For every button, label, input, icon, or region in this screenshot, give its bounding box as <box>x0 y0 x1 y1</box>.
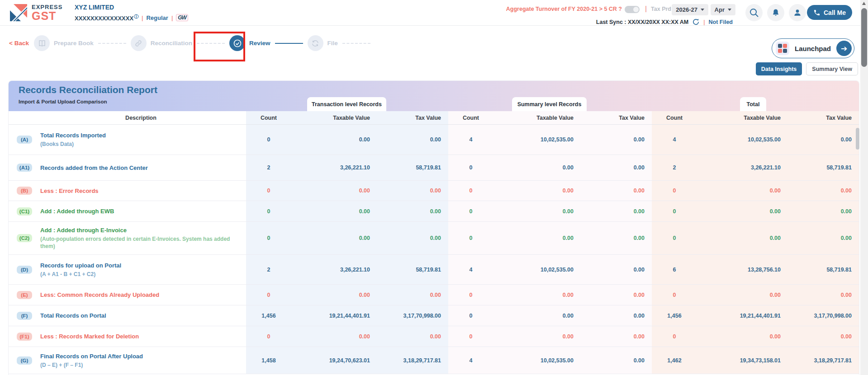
table-row-c2: (C2)Add : Added through E-Invoice(Auto-p… <box>9 222 859 255</box>
page-scrollbar[interactable] <box>860 0 868 375</box>
count-cell: 0 <box>246 222 291 254</box>
step-connector <box>342 43 370 44</box>
count-cell: 0 <box>246 201 291 221</box>
row-code-badge: (E) <box>17 291 32 299</box>
gstn-search-button[interactable] <box>745 4 763 21</box>
taxable-value-cell: 10,02,535.00 <box>493 347 577 374</box>
gstin-masked: XXXXXXXXXXXXXXXⓘ <box>75 14 138 22</box>
year-select[interactable]: 2026-27 <box>672 4 708 15</box>
row-title: Add : Added through EWB <box>40 207 242 215</box>
divider: | <box>703 19 705 25</box>
tax-value-cell: 58,719.81 <box>784 155 859 180</box>
taxable-value-cell: 3,26,221.10 <box>697 155 784 180</box>
col-header-tax: Tax Value <box>784 111 859 124</box>
bell-icon <box>771 8 780 17</box>
taxable-value-cell: 0.00 <box>291 326 374 347</box>
taxable-value-cell: 3,26,221.10 <box>291 155 374 180</box>
count-cell: 1,458 <box>246 347 291 374</box>
row-title: Records added from the Action Center <box>40 164 242 172</box>
col-header-count: Count <box>246 111 291 124</box>
count-cell: 2 <box>246 255 291 284</box>
count-cell: 2 <box>652 155 697 180</box>
taxable-value-cell: 0.00 <box>493 305 577 326</box>
tax-value-cell: 0.00 <box>374 222 448 254</box>
tax-value-cell: 3,18,29,717.81 <box>374 347 448 374</box>
divider: | <box>171 14 173 21</box>
tax-value-cell: 0.00 <box>784 201 859 221</box>
check-circle-icon <box>229 35 245 51</box>
taxable-value-cell: 0.00 <box>697 222 784 254</box>
row-subtitle: (Books Data) <box>40 141 242 148</box>
gstn-search-icon <box>749 8 759 18</box>
group-tab-summary[interactable]: Summary level Records <box>512 97 587 111</box>
phone-icon <box>813 9 821 16</box>
tax-value-cell: 0.00 <box>577 222 652 254</box>
profile-button[interactable] <box>789 4 806 21</box>
tax-value-cell: 3,18,29,717.81 <box>784 347 859 374</box>
group-tab-transaction[interactable]: Transaction level Records <box>307 97 386 111</box>
step-review[interactable]: Review <box>229 35 270 51</box>
table-scrollbar-thumb[interactable] <box>856 128 859 150</box>
row-title: Less: Common Records Already Uploaded <box>40 291 242 299</box>
refresh-icon[interactable] <box>692 18 700 26</box>
taxable-value-cell: 0.00 <box>291 201 374 221</box>
back-link[interactable]: < Back <box>9 40 29 47</box>
notifications-button[interactable] <box>767 4 784 21</box>
reconciliation-table: DescriptionCountTaxable ValueTax ValueCo… <box>9 111 859 374</box>
count-cell: 0 <box>652 222 697 254</box>
page-scrollbar-thumb[interactable] <box>861 8 867 67</box>
count-cell: 4 <box>652 125 697 155</box>
count-cell: 6 <box>652 255 697 284</box>
info-icon[interactable]: ⓘ <box>134 14 138 19</box>
taxable-value-cell: 19,24,70,623.01 <box>291 347 374 374</box>
tax-value-cell: 0.00 <box>374 125 448 155</box>
view-toggle: Data Insights Summary View <box>756 62 858 75</box>
count-cell: 2 <box>246 155 291 180</box>
step-label: Reconciliation <box>151 40 192 47</box>
row-code-badge: (B) <box>17 187 32 195</box>
report-subtitle: Import & Portal Upload Comparison <box>19 99 107 104</box>
step-file[interactable]: File <box>308 35 338 51</box>
step-connector <box>98 43 126 44</box>
summary-view-button[interactable]: Summary View <box>806 62 858 75</box>
tax-value-cell: 58,719.81 <box>784 255 859 284</box>
turnover-toggle[interactable] <box>625 6 640 13</box>
count-cell: 0 <box>448 305 493 326</box>
tax-value-cell: 0.00 <box>577 305 652 326</box>
app-header: EXPRESS GST XYZ LIMITED XXXXXXXXXXXXXXXⓘ… <box>0 0 860 26</box>
step-prepare-book[interactable]: Prepare Book <box>34 35 94 51</box>
tax-value-cell: 58,719.81 <box>374 255 448 284</box>
row-title: Less : Error Records <box>40 187 242 195</box>
taxable-value-cell: 0.00 <box>291 285 374 305</box>
taxable-value-cell: 10,02,535.00 <box>493 125 577 155</box>
group-tab-total[interactable]: Total <box>740 97 766 111</box>
divider: | <box>142 14 143 21</box>
count-cell: 0 <box>448 285 493 305</box>
taxable-value-cell: 0.00 <box>697 285 784 305</box>
gstn-badge-icon[interactable]: GW <box>176 14 188 21</box>
scroll-up-arrow-icon[interactable] <box>862 2 866 5</box>
taxable-value-cell: 10,02,535.00 <box>493 255 577 284</box>
step-reconciliation[interactable]: Reconciliation <box>131 35 192 51</box>
filing-status-badge: Not Filed <box>709 19 733 25</box>
count-cell: 0 <box>652 181 697 201</box>
table-row-c1: (C1)Add : Added through EWB00.000.0000.0… <box>9 201 859 222</box>
expressgst-logo[interactable]: EXPRESS GST <box>9 3 62 22</box>
count-cell: 0 <box>652 285 697 305</box>
count-cell: 0 <box>652 201 697 221</box>
tax-value-cell: 0.00 <box>577 181 652 201</box>
table-row-a: (A)Total Records Imported(Books Data)00.… <box>9 125 859 155</box>
row-title: Add : Added through E-Invoice <box>40 226 242 234</box>
month-select[interactable]: Apr <box>711 4 735 15</box>
count-cell: 0 <box>448 181 493 201</box>
row-code-badge: (F1) <box>17 333 32 341</box>
tax-value-cell: 0.00 <box>784 125 859 155</box>
data-insights-button[interactable]: Data Insights <box>756 62 802 75</box>
launchpad-button[interactable]: Launchpad ➔ <box>772 38 854 58</box>
page: EXPRESS GST XYZ LIMITED XXXXXXXXXXXXXXXⓘ… <box>0 0 868 375</box>
count-cell: 1,462 <box>652 347 697 374</box>
table-header-row: DescriptionCountTaxable ValueTax ValueCo… <box>9 111 859 125</box>
taxable-value-cell: 0.00 <box>493 181 577 201</box>
call-me-button[interactable]: Call Me <box>807 5 852 20</box>
taxable-value-cell: 0.00 <box>291 181 374 201</box>
